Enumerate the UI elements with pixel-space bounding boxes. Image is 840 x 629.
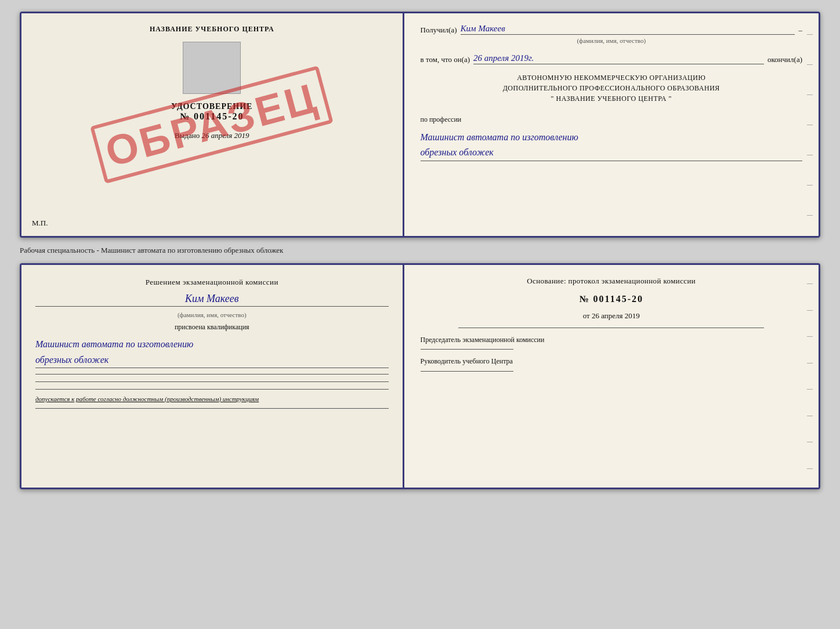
poluchil-row: Получил(а) Ким Макеев – xyxy=(421,24,802,35)
insert-heading: Решением экзаменационной комиссии xyxy=(35,277,389,288)
profession-line2: обрезных обложек xyxy=(421,147,494,157)
insert-left-side: Решением экзаменационной комиссии Ким Ма… xyxy=(21,265,404,488)
insert-book: Решением экзаменационной комиссии Ким Ма… xyxy=(20,263,820,489)
document-container: НАЗВАНИЕ УЧЕБНОГО ЦЕНТРА УДОСТОВЕРЕНИЕ №… xyxy=(20,12,820,489)
insert-protocol-number: № 001145-20 xyxy=(421,294,802,304)
cert-photo-placeholder xyxy=(183,42,241,94)
po-professii: по профессии xyxy=(421,115,802,124)
insert-right-decorative-lines xyxy=(807,265,814,488)
osnov-heading: Основание: протокол экзаменационной коми… xyxy=(421,275,802,287)
poluchil-label: Получил(а) xyxy=(421,26,457,35)
right-side-decorative-lines xyxy=(807,13,814,236)
cert-number: № 001145-20 xyxy=(180,111,244,122)
rukovoditel-row: Руководитель учебного Центра xyxy=(421,357,802,372)
insert-fio-label: (фамилия, имя, отчество) xyxy=(35,311,389,318)
insert-line-1 xyxy=(35,374,389,375)
vtom-date-line: 26 апреля 2019г. xyxy=(473,53,764,64)
dopusk-text-inner: работе согласно должностным (производств… xyxy=(76,395,259,402)
qual-line1: Машинист автомата по изготовлению xyxy=(35,339,193,349)
vydano-prefix: Выдано xyxy=(175,131,200,140)
insert-line-2 xyxy=(35,381,389,382)
vtom-prefix: в том, что он(а) xyxy=(421,55,470,64)
chairman-row: Председатель экзаменационной комиссии xyxy=(421,335,802,350)
chairman-signature-line xyxy=(421,349,513,350)
cert-school-title: НАЗВАНИЕ УЧЕБНОГО ЦЕНТРА xyxy=(150,25,274,34)
poluchil-name: Ким Макеев xyxy=(461,24,505,33)
certificate-book: НАЗВАНИЕ УЧЕБНОГО ЦЕНТРА УДОСТОВЕРЕНИЕ №… xyxy=(20,12,820,238)
rukovoditel-label: Руководитель учебного Центра xyxy=(421,357,802,366)
dopusk-prefix: допускается к xyxy=(35,395,74,402)
vtom-row: в том, что он(а) 26 апреля 2019г. окончи… xyxy=(421,53,802,64)
qual-line2: обрезных обложек xyxy=(35,355,108,365)
rukovoditel-signature-line xyxy=(421,371,513,372)
fio-subtext: (фамилия, имя, отчество) xyxy=(421,37,802,44)
insert-name: Ким Макеев xyxy=(35,293,389,307)
dash1: – xyxy=(798,26,802,35)
cert-vydano: Выдано 26 апреля 2019 xyxy=(175,131,249,140)
separator-text: Рабочая специальность - Машинист автомат… xyxy=(20,243,820,257)
insert-dopusk: допускается к работе согласно должностны… xyxy=(35,395,389,402)
cert-udost-label: УДОСТОВЕРЕНИЕ xyxy=(171,102,252,111)
insert-line-3 xyxy=(35,389,389,390)
org-block: АВТОНОМНУЮ НЕКОММЕРЧЕСКУЮ ОРГАНИЗАЦИЮ ДО… xyxy=(421,72,802,104)
org-line2: ДОПОЛНИТЕЛЬНОГО ПРОФЕССИОНАЛЬНОГО ОБРАЗО… xyxy=(421,83,802,93)
insert-line-4 xyxy=(35,408,389,409)
ot-prefix: от xyxy=(583,311,590,320)
insert-right-side: Основание: протокол экзаменационной коми… xyxy=(404,265,819,488)
cert-left-side: НАЗВАНИЕ УЧЕБНОГО ЦЕНТРА УДОСТОВЕРЕНИЕ №… xyxy=(21,13,404,236)
date-underline xyxy=(458,328,764,328)
org-line1: АВТОНОМНУЮ НЕКОММЕРЧЕСКУЮ ОРГАНИЗАЦИЮ xyxy=(421,72,802,83)
profession-value: Машинист автомата по изготовлению обрезн… xyxy=(421,130,802,161)
dopusk-text: работе согласно должностным (производств… xyxy=(76,395,259,402)
cert-mp: М.П. xyxy=(32,219,48,228)
insert-protocol-date: от 26 апреля 2019 xyxy=(421,311,802,321)
org-line3: " НАЗВАНИЕ УЧЕБНОГО ЦЕНТРА " xyxy=(421,93,802,104)
poluchil-value: Ким Макеев xyxy=(461,24,795,35)
protocol-date: 26 апреля 2019 xyxy=(592,311,640,320)
insert-prisvoena: присвоена квалификация xyxy=(35,323,389,332)
profession-line1: Машинист автомата по изготовлению xyxy=(421,132,578,142)
insert-qualification: Машинист автомата по изготовлению обрезн… xyxy=(35,336,389,368)
chairman-label: Председатель экзаменационной комиссии xyxy=(421,335,802,345)
cert-right-side: Получил(а) Ким Макеев – (фамилия, имя, о… xyxy=(404,13,819,236)
vtom-date: 26 апреля 2019г. xyxy=(473,53,534,63)
okonchil-label: окончил(а) xyxy=(767,55,802,64)
vydano-date: 26 апреля 2019 xyxy=(201,131,249,140)
